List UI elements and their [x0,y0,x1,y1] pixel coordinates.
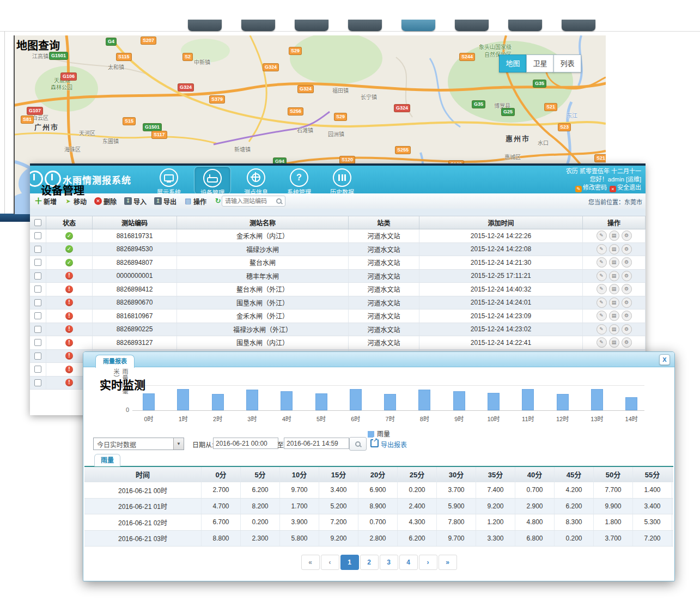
toolbar-button-imp[interactable]: ↧导入 [124,197,147,206]
background-tab[interactable] [241,20,275,31]
archive-icon[interactable]: ▤ [609,244,619,254]
row-select-cell [30,309,46,323]
toolbar-button-exp[interactable]: ↥导出 [154,197,176,206]
table-row[interactable]: !8826890670围垦水闸（外江）河道水文站2015-12-24 14:24… [30,296,646,310]
gear-icon[interactable]: ⚙ [622,337,632,348]
background-tab[interactable] [508,20,542,31]
gear-icon[interactable]: ⚙ [622,284,632,294]
dialog-tab-rain-report[interactable]: 雨量报表 [95,355,135,368]
background-tab[interactable] [562,20,595,31]
gear-icon[interactable]: ⚙ [622,244,632,254]
rain-bar-chart: 80 0 雨量（毫米） 0时1时2时3时4时5时6时7时8时9时10时11时12… [83,367,674,424]
table-row[interactable]: !0000000001穗丰年水闸河道水文站2015-12-25 17:11:21… [30,270,646,283]
edit-icon[interactable]: ✎ [596,257,607,268]
gear-icon[interactable]: ⚙ [622,311,632,321]
background-tab[interactable] [295,20,328,31]
gear-icon[interactable]: ⚙ [622,230,632,241]
edit-icon[interactable]: ✎ [596,324,607,335]
data-type-select[interactable]: 今日实时数据 ▼ [93,438,184,450]
edit-icon[interactable]: ✎ [596,244,607,254]
table-row[interactable]: ✓8826894530福绿沙水闸河道水文站2015-12-24 14:22:08… [30,243,646,257]
map-view-option[interactable]: 列表 [553,54,581,72]
table-row[interactable]: !8826898412鳌台水闸（外江）河道水文站2015-12-24 14:40… [30,283,646,296]
tab-rain[interactable]: 雨量 [94,454,120,466]
background-tab[interactable] [188,20,222,31]
logout-link[interactable]: 安全退出 [617,184,641,191]
change-password-link[interactable]: 修改密码 [583,184,607,191]
map-label: 东江 [567,111,577,119]
query-button[interactable] [349,437,367,451]
edit-icon[interactable]: ✎ [596,337,607,348]
archive-icon[interactable]: ▤ [609,311,619,321]
archive-icon[interactable]: ▤ [609,230,619,241]
page-button-current[interactable]: 1 [340,555,359,570]
row-checkbox[interactable] [34,246,41,253]
nav-item-target[interactable]: 测点信息 [238,166,274,193]
gear-icon[interactable]: ⚙ [622,271,632,281]
background-tab[interactable] [401,20,435,31]
nav-item-monitor[interactable]: 展示系统 [151,166,187,193]
nav-item-chart[interactable]: 历史数据 [324,166,360,193]
page-arrow-button[interactable]: ‹ [321,555,339,570]
date-to-input[interactable] [284,438,349,449]
gear-icon[interactable]: ⚙ [622,257,632,268]
row-checkbox[interactable] [34,366,41,373]
row-checkbox[interactable] [34,259,41,266]
ope-icon: ▤ [184,197,192,205]
station-name: 金禾水闸（内江） [177,229,349,242]
toolbar-button-del[interactable]: ✕删除 [94,197,117,206]
edit-icon[interactable]: ✎ [596,284,607,294]
table-row[interactable]: !8816810967金禾水闸（外江）河道水文站2015-12-24 14:23… [30,309,646,323]
edit-icon[interactable]: ✎ [596,311,607,321]
background-tab[interactable] [348,20,382,31]
table-row[interactable]: !8826890225福禄沙水闸（外江）河道水文站2015-12-24 14:2… [30,323,646,337]
nav-item-question[interactable]: ?系统管理 [281,166,317,193]
toolbar-button-add[interactable]: ＋新增 [34,197,57,206]
page-button[interactable]: 2 [360,555,379,570]
search-icon[interactable] [276,198,282,204]
table-row[interactable]: ✓8826894807鳌台水闸河道水文站2015-12-24 14:21:30✎… [30,256,646,270]
archive-icon[interactable]: ▤ [609,271,619,281]
chevron-down-icon[interactable]: ▼ [173,438,184,450]
row-checkbox[interactable] [34,286,41,293]
archive-icon[interactable]: ▤ [609,257,619,268]
toolbar-button-move[interactable]: ➤移动 [64,197,87,206]
toolbar-button-ope[interactable]: ▤操作 [184,197,206,206]
background-tab[interactable] [455,20,489,31]
page-button[interactable]: 4 [399,555,418,570]
date-from-input[interactable] [213,438,278,449]
edit-icon[interactable]: ✎ [596,298,607,308]
select-all-checkbox[interactable] [34,219,41,226]
archive-icon[interactable]: ▤ [609,298,619,308]
page-button[interactable]: 3 [380,555,398,570]
row-checkbox[interactable] [34,312,41,319]
row-checkbox[interactable] [34,232,41,239]
row-checkbox[interactable] [34,326,41,333]
gear-icon[interactable]: ⚙ [622,298,632,308]
row-select-cell [30,323,46,336]
row-checkbox[interactable] [34,379,41,386]
row-checkbox[interactable] [34,339,41,346]
map-label: 中新镇 [194,58,210,66]
table-row[interactable]: !8826893127围垦水闸（内江）河道水文站2015-12-24 14:22… [30,336,646,350]
edit-icon[interactable]: ✎ [596,230,607,241]
table-row[interactable]: ✓8816819731金禾水闸（内江）河道水文站2015-12-24 14:22… [30,229,646,243]
close-icon[interactable]: X [659,354,670,365]
archive-icon[interactable]: ▤ [609,337,619,348]
page-button[interactable]: » [439,555,457,570]
row-checkbox[interactable] [34,299,41,306]
map-view-option[interactable]: 卫星 [526,54,554,72]
rain-value-cell: 3.700 [437,482,476,498]
row-checkbox[interactable] [34,272,41,280]
dialog-header[interactable] [83,352,674,367]
gear-icon[interactable]: ⚙ [622,324,632,335]
edit-icon[interactable]: ✎ [596,271,607,281]
page-button[interactable]: › [419,555,437,570]
archive-icon[interactable]: ▤ [609,324,619,335]
nav-item-device[interactable]: 设备管理 [194,166,231,193]
map-view-map[interactable]: 地图 [499,54,527,72]
page-arrow-button[interactable]: « [301,555,320,570]
export-report-link[interactable]: 导出报表 [381,440,407,449]
archive-icon[interactable]: ▤ [609,284,619,294]
row-checkbox[interactable] [34,353,41,360]
